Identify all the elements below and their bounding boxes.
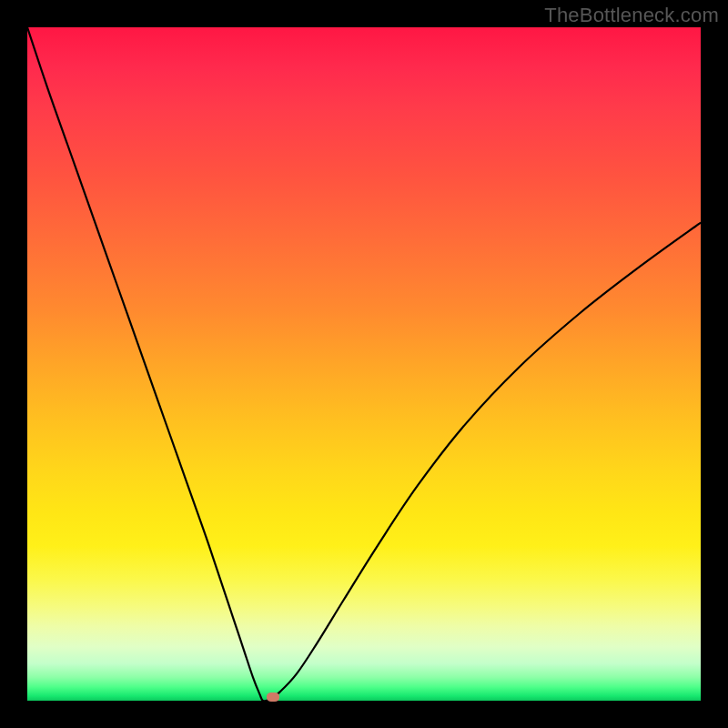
plot-area — [27, 27, 701, 701]
watermark-text: TheBottleneck.com — [544, 4, 719, 27]
chart-frame: TheBottleneck.com — [0, 0, 728, 728]
curve-svg — [27, 27, 701, 701]
bottleneck-curve — [27, 27, 701, 701]
minimum-marker-icon — [267, 693, 279, 702]
